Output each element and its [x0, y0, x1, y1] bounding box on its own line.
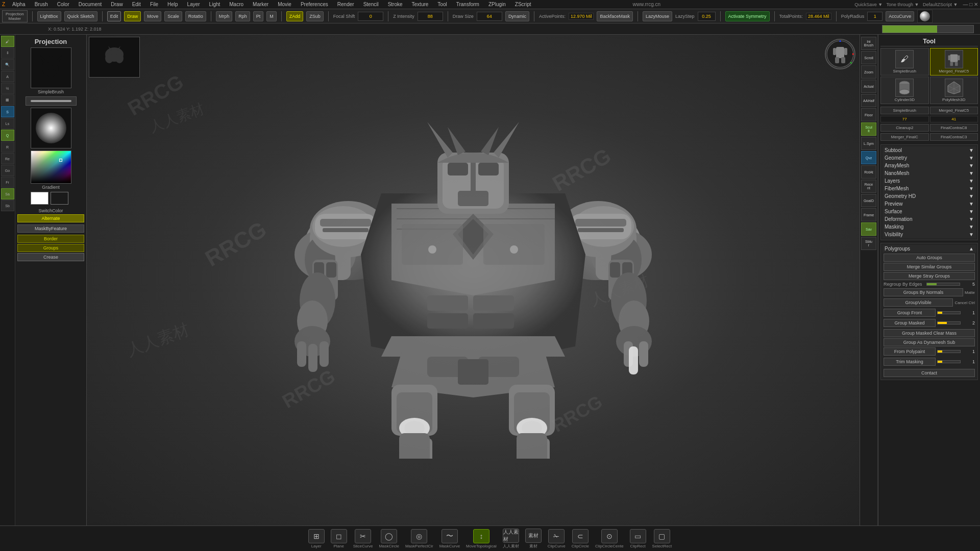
strip-floor[interactable]: Floor [861, 108, 876, 121]
viewport-nav[interactable] [825, 39, 855, 69]
window-controls[interactable]: — □ ✕ [963, 2, 978, 7]
strip-scroll[interactable]: Scroll [861, 51, 876, 64]
bottom-plane-btn[interactable]: ◻ Plane [329, 528, 349, 549]
section-geometry[interactable]: Geometry▼ [883, 154, 976, 162]
strip-recent[interactable]: Recent [861, 180, 876, 193]
menu-help[interactable]: Help [165, 1, 180, 8]
pt-btn[interactable]: Pt [253, 11, 264, 21]
strip-frame[interactable]: Frame [861, 208, 876, 221]
model-thumbnail-btn[interactable] [89, 37, 140, 78]
section-nanomesh[interactable]: NanoMesh▼ [883, 169, 976, 177]
strip-zoom[interactable]: Zoom [861, 65, 876, 79]
lstrip-scroll[interactable]: ⇕ [1, 47, 14, 59]
from-polypaint-slider[interactable] [937, 350, 961, 353]
lstrip-rotat[interactable]: R [1, 141, 14, 153]
rph-btn[interactable]: Rph [235, 11, 250, 21]
bottom-movetopo-btn[interactable]: ↕ MoveTopological [464, 528, 499, 549]
contact-btn[interactable]: Contact [884, 369, 975, 377]
color-picker-btn[interactable] [31, 151, 71, 184]
bottom-cliprect-btn[interactable]: ▭ ClipRect [628, 528, 648, 549]
bottom-clipcirclecente-btn[interactable]: ⊙ ClipCircleCente [593, 528, 626, 549]
zsub-btn[interactable]: ZSub [306, 11, 324, 21]
group-front-slider[interactable] [937, 311, 961, 314]
merge-stray-btn[interactable]: Merge Stray Groups [884, 272, 975, 280]
strip-sav[interactable]: Sav [861, 222, 876, 236]
cleanup-2-btn[interactable]: FinalContraC8 [930, 124, 978, 132]
menu-alpha[interactable]: Alpha [10, 1, 28, 8]
lstrip-sav[interactable]: Sa [1, 188, 14, 199]
bottom-clipcurve-btn[interactable]: ✁ ClipCurve [546, 528, 568, 549]
background-color[interactable] [51, 192, 68, 205]
menu-transform[interactable]: Transform [454, 1, 481, 8]
poly-radius-value[interactable]: 1 [867, 12, 883, 21]
intensity-value[interactable]: 88 [418, 12, 443, 21]
finalcontraC3-btn[interactable]: FinalContraC3 [930, 133, 978, 141]
dynamic-btn[interactable]: Dynamic [505, 11, 529, 21]
menu-file[interactable]: File [148, 1, 160, 8]
lstrip-aahalf[interactable]: ½ [1, 83, 14, 94]
menu-tool[interactable]: Tool [435, 1, 449, 8]
lstrip-brush[interactable]: 🖌 [1, 36, 14, 47]
strip-scullt[interactable]: Scullt [861, 122, 876, 136]
menu-render[interactable]: Render [335, 1, 356, 8]
menu-movie[interactable]: Movie [276, 1, 293, 8]
lstrip-scullt[interactable]: S [1, 106, 14, 117]
lazy-step-value[interactable]: 0.25 [698, 12, 716, 21]
menu-marker[interactable]: Marker [251, 1, 271, 8]
mask-by-feature-btn[interactable]: MaskByFeature [17, 224, 84, 233]
simple-brush-mini[interactable]: SimpleBrush [880, 107, 929, 114]
trim-masking-slider[interactable] [937, 360, 961, 363]
tool-simple-brush[interactable]: 🖌 SimpleBrush [880, 48, 929, 76]
quick-sketch-btn[interactable]: Quick Sketch [64, 11, 97, 21]
lstrip-zoom[interactable]: 🔍 [1, 59, 14, 70]
bottom-slicecurve-btn[interactable]: ✂ SliceCurve [351, 528, 375, 549]
section-subtool[interactable]: Subtool▼ [883, 146, 976, 154]
alpha-preview-btn[interactable] [31, 108, 71, 148]
strip-goaid[interactable]: GoaID [861, 194, 876, 207]
bottom-maskcircle-btn[interactable]: ◯ MaskCircle [377, 528, 401, 549]
group-as-dynamesh-btn[interactable]: Group As Dynamesh Sub [884, 338, 975, 346]
section-arraymesh[interactable]: ArrayMesh▼ [883, 162, 976, 169]
menu-preferences[interactable]: Preferences [299, 1, 330, 8]
stroke-preview-btn[interactable] [26, 96, 77, 106]
brush-preview-btn[interactable] [31, 47, 71, 88]
lstrip-sblur[interactable]: Sb [1, 200, 14, 211]
color-sphere-btn[interactable] [917, 10, 933, 23]
lstrip-recent[interactable]: Re [1, 153, 14, 164]
menu-stencil[interactable]: Stencil [361, 1, 381, 8]
alternate-btn[interactable]: Alternate [17, 214, 84, 222]
bottom-selectrect-btn[interactable]: ▢ SelectRect [650, 528, 674, 549]
section-masking[interactable]: Masking▼ [883, 223, 976, 231]
merger-finalc-btn[interactable]: Merger_FinalC [880, 133, 929, 141]
draw-btn[interactable]: Draw [124, 11, 141, 21]
focal-shift-value[interactable]: 0 [358, 12, 383, 21]
bottom-maskcurve-btn[interactable]: 〜 MaskCurve [437, 528, 462, 549]
viewport[interactable]: RRCG 人人素材 RRCG 人人素材 RRCG RRCG 人人素材 RRCG [87, 35, 860, 525]
edit-btn[interactable]: Edit [107, 11, 121, 21]
projection-master-btn[interactable]: Projection Master [2, 10, 28, 22]
group-masked-btn[interactable]: Group Masked [884, 319, 936, 327]
menu-texture[interactable]: Texture [410, 1, 431, 8]
lstrip-lsym[interactable]: Ls [1, 118, 14, 129]
section-preview[interactable]: Preview▼ [883, 200, 976, 208]
rotate-btn[interactable]: RotatIo [185, 11, 206, 21]
accu-curve-btn[interactable]: AccuCurve [886, 11, 914, 21]
bottom-rensucai-btn[interactable]: 人人素材 人人素材 [501, 528, 521, 550]
strip-sblur[interactable]: Sblur [861, 237, 876, 250]
tool-polymesh[interactable]: PolyMesh3D [930, 77, 978, 104]
section-fibermesh[interactable]: FiberMesh▼ [883, 185, 976, 192]
border-btn[interactable]: Border [17, 235, 84, 243]
lstrip-goaid[interactable]: Go [1, 165, 14, 176]
from-polypaint-btn[interactable]: From Polypaint [884, 347, 936, 356]
menu-document[interactable]: Document [77, 1, 104, 8]
auto-groups-btn[interactable]: Auto Groups [884, 254, 975, 262]
scale-btn[interactable]: Scale [164, 11, 182, 21]
move-btn[interactable]: Move [144, 11, 161, 21]
bottom-layer-btn[interactable]: ⊞ Layer [306, 528, 327, 549]
strip-qvz[interactable]: Qvz [861, 151, 876, 164]
bottom-sucai-btn[interactable]: 素材 素材 [523, 528, 544, 550]
lstrip-frame[interactable]: Fr [1, 177, 14, 188]
strip-ini-brush[interactable]: IniBrush [861, 37, 876, 50]
mrph-btn[interactable]: Mrph [216, 11, 233, 21]
activate-symmetry-btn[interactable]: Activate Symmetry [725, 11, 770, 21]
